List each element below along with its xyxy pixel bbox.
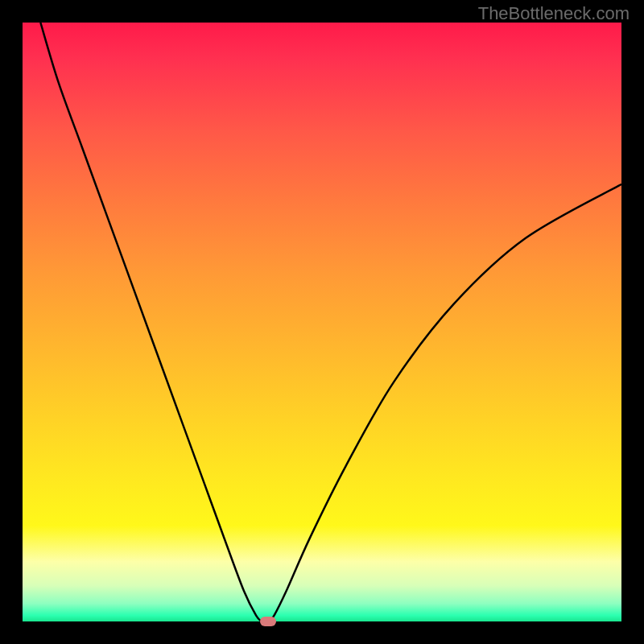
bottleneck-curve — [23, 23, 621, 621]
minimum-marker — [260, 617, 276, 626]
curve-path — [40, 23, 621, 621]
attribution-text: TheBottleneck.com — [478, 3, 630, 24]
chart-plot-area — [23, 23, 621, 621]
